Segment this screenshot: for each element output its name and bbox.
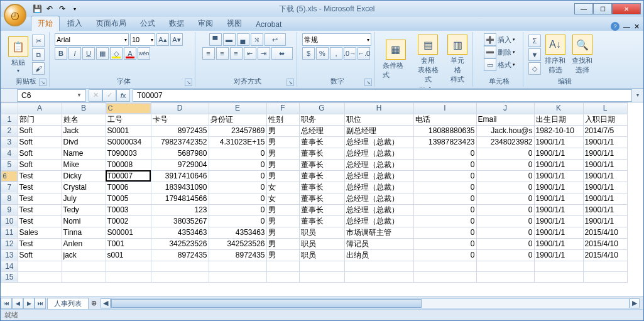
cell[interactable]: 4353463 — [151, 227, 209, 238]
cell[interactable]: 董事长 — [299, 170, 344, 182]
cell[interactable]: S0001 — [106, 125, 151, 136]
cell[interactable]: Soft — [18, 125, 62, 136]
cell[interactable] — [106, 261, 151, 271]
row-header[interactable]: 3 — [1, 136, 18, 148]
cell[interactable]: 0 — [413, 227, 476, 238]
cell[interactable]: 79823742352 — [151, 136, 209, 148]
align-middle-button[interactable]: ▬ — [223, 33, 236, 46]
sheet-tab[interactable]: 人事列表 — [47, 298, 89, 309]
dialog-launcher-icon[interactable]: ↘ — [287, 79, 294, 86]
column-header[interactable]: C — [106, 103, 151, 114]
cell[interactable]: 1900/1/1 — [583, 182, 627, 193]
cell[interactable]: T001 — [106, 238, 151, 249]
cell[interactable]: 342523526 — [151, 238, 209, 249]
cell[interactable] — [299, 261, 344, 271]
cell[interactable] — [62, 261, 106, 271]
cell[interactable]: 卡号 — [151, 114, 209, 125]
cell[interactable]: 男 — [266, 204, 299, 215]
sort-filter-button[interactable]: A↓排序和 筛选 — [542, 33, 568, 76]
cell[interactable]: 男 — [266, 125, 299, 136]
cell[interactable]: Mike — [62, 159, 106, 170]
cell[interactable]: 电话 — [413, 114, 476, 125]
cell[interactable]: 1900/1/1 — [534, 249, 583, 261]
cell[interactable]: 0 — [476, 215, 534, 227]
increase-indent-button[interactable]: ⇥ — [258, 47, 270, 60]
cell[interactable]: 8972435 — [209, 249, 266, 261]
cell[interactable]: 0 — [413, 249, 476, 261]
cell[interactable]: S00001 — [106, 227, 151, 238]
tab-页面布局[interactable]: 页面布局 — [90, 16, 133, 31]
align-center-button[interactable]: ≡ — [216, 47, 229, 60]
cell[interactable]: Tedy — [62, 204, 106, 215]
cell[interactable]: 0 — [209, 215, 266, 227]
cell[interactable]: T0006 — [106, 182, 151, 193]
cell[interactable]: 0 — [476, 227, 534, 238]
cell[interactable]: T00008 — [106, 159, 151, 170]
cell[interactable]: 姓名 — [62, 114, 106, 125]
cell[interactable] — [62, 271, 106, 282]
sheet-nav-first[interactable]: ⏮ — [1, 298, 12, 309]
row-header[interactable]: 15 — [1, 271, 18, 282]
cell[interactable]: Name — [62, 148, 106, 159]
orientation-button[interactable]: ⤭ — [251, 33, 263, 46]
row-header[interactable]: 9 — [1, 204, 18, 215]
sheet-nav-last[interactable]: ⏭ — [35, 298, 46, 309]
cell[interactable]: 1839431090 — [151, 182, 209, 193]
cell[interactable]: 1900/1/1 — [534, 193, 583, 204]
tab-插入[interactable]: 插入 — [61, 16, 89, 31]
cell[interactable]: 18088880635 — [413, 125, 476, 136]
cell[interactable]: 0 — [413, 238, 476, 249]
tab-视图[interactable]: 视图 — [221, 16, 248, 31]
cell[interactable]: 4353463 — [209, 227, 266, 238]
cell[interactable]: July — [62, 193, 106, 204]
column-header[interactable]: I — [413, 103, 476, 114]
dialog-launcher-icon[interactable]: ↘ — [364, 79, 372, 86]
cell[interactable]: 总经理（总裁） — [344, 159, 413, 170]
cell[interactable]: 2015/4/10 — [583, 238, 627, 249]
cell[interactable]: 0 — [476, 249, 534, 261]
cell[interactable]: 性别 — [266, 114, 299, 125]
fx-button[interactable]: fx — [116, 89, 130, 102]
cell[interactable]: 女 — [266, 193, 299, 204]
help-icon[interactable]: ? — [611, 22, 619, 31]
cell[interactable]: 4.31023E+15 — [209, 136, 266, 148]
cell[interactable]: Jack — [62, 125, 106, 136]
column-header[interactable]: J — [476, 103, 534, 114]
cell[interactable]: 男 — [266, 159, 299, 170]
cell[interactable]: 0 — [209, 204, 266, 215]
cell[interactable]: Soft — [18, 148, 62, 159]
cell[interactable]: 1900/1/1 — [534, 136, 583, 148]
cell[interactable]: 男 — [266, 170, 299, 182]
wrap-text-button[interactable]: ↩ — [265, 33, 286, 46]
cell[interactable]: S0000034 — [106, 136, 151, 148]
cell[interactable] — [266, 271, 299, 282]
select-all-corner[interactable] — [1, 103, 18, 114]
cell[interactable]: 0 — [413, 159, 476, 170]
row-header[interactable]: 13 — [1, 249, 18, 261]
cell[interactable] — [344, 271, 413, 282]
cell[interactable] — [534, 271, 583, 282]
cell[interactable]: Tinna — [62, 227, 106, 238]
minimize-button[interactable]: — — [574, 3, 593, 14]
cell[interactable]: 职务 — [299, 114, 344, 125]
cell[interactable] — [18, 261, 62, 271]
clear-button[interactable]: ◇ — [528, 62, 541, 75]
cell[interactable]: 1900/1/1 — [583, 136, 627, 148]
ribbon-minimize-icon[interactable]: — — [623, 23, 630, 30]
scroll-left-button[interactable]: ◀ — [101, 298, 111, 308]
cell[interactable]: 123 — [151, 204, 209, 215]
cell[interactable]: 0 — [413, 193, 476, 204]
cell[interactable]: 女 — [266, 182, 299, 193]
decrease-indent-button[interactable]: ⇤ — [244, 47, 256, 60]
cell[interactable]: 男 — [266, 238, 299, 249]
name-box[interactable]: C6▼ — [17, 89, 86, 102]
cell[interactable]: 1900/1/1 — [534, 204, 583, 215]
align-left-button[interactable]: ≡ — [202, 47, 215, 60]
column-header[interactable]: A — [18, 103, 62, 114]
row-header[interactable]: 14 — [1, 261, 18, 271]
cell[interactable] — [476, 261, 534, 271]
cell[interactable]: 0 — [209, 159, 266, 170]
cell[interactable]: 总经理（总裁） — [344, 182, 413, 193]
cell[interactable]: 1900/1/1 — [534, 227, 583, 238]
dialog-launcher-icon[interactable]: ↘ — [39, 79, 46, 86]
